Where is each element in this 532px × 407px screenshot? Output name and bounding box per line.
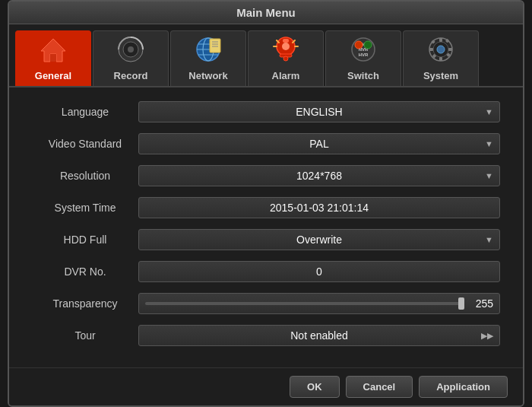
alarm-icon <box>272 36 299 67</box>
tab-bar: General Record <box>9 24 523 87</box>
field-label: Resolution <box>32 170 138 182</box>
field-row-language: Language ENGLISH <box>32 101 500 122</box>
switch-icon: DVR NVR HVR <box>350 36 377 67</box>
field-label: System Time <box>32 202 138 214</box>
record-icon <box>117 36 144 67</box>
field-label: Tour <box>32 329 138 342</box>
tab-alarm[interactable]: Alarm <box>248 30 324 86</box>
svg-point-28 <box>364 41 372 49</box>
tab-switch-label: Switch <box>347 70 379 81</box>
slider-thumb[interactable] <box>458 297 464 310</box>
general-icon <box>40 36 67 67</box>
field-value[interactable]: ENGLISH <box>138 101 500 122</box>
field-label: Language <box>32 106 138 118</box>
main-dialog: Main Menu General <box>8 0 524 407</box>
svg-point-31 <box>437 46 445 53</box>
field-row-system-time: System Time 2015-01-03 21:01:14 <box>32 197 500 218</box>
field-row-hdd-full: HDD Full Overwrite <box>32 229 500 250</box>
tab-record[interactable]: Record <box>93 30 169 86</box>
field-row-transparency: Transparency 255 <box>32 293 500 314</box>
tab-network[interactable]: Network <box>170 30 246 86</box>
svg-text:HVR: HVR <box>359 52 369 57</box>
application-button[interactable]: Application <box>419 376 508 398</box>
content-area: Language ENGLISH Video Standard PAL Reso… <box>9 87 523 367</box>
field-row-dvr-no.: DVR No. 0 <box>32 261 500 282</box>
title-bar: Main Menu <box>9 2 523 24</box>
field-label: HDD Full <box>32 234 138 246</box>
field-value[interactable]: 1024*768 <box>138 165 500 186</box>
field-label: Transparency <box>32 297 138 310</box>
svg-point-18 <box>283 56 288 61</box>
field-row-tour: Tour Not enabled <box>32 325 500 346</box>
svg-rect-35 <box>448 48 452 51</box>
field-row-resolution: Resolution 1024*768 <box>32 165 500 186</box>
dialog-title: Main Menu <box>236 6 296 19</box>
svg-rect-34 <box>429 48 433 51</box>
svg-point-16 <box>282 43 290 50</box>
tab-system-label: System <box>423 70 458 81</box>
field-label: DVR No. <box>32 266 138 278</box>
system-icon <box>427 36 454 67</box>
ok-button[interactable]: OK <box>290 376 340 398</box>
network-icon <box>195 36 222 67</box>
svg-point-27 <box>355 41 363 49</box>
svg-rect-32 <box>439 38 442 42</box>
tab-system[interactable]: System <box>403 30 479 86</box>
tab-general-label: General <box>35 70 71 81</box>
field-value: 2015-01-03 21:01:14 <box>138 197 500 218</box>
field-value[interactable]: Overwrite <box>138 229 500 250</box>
field-value: 0 <box>138 261 500 282</box>
svg-rect-1 <box>50 54 56 62</box>
svg-rect-33 <box>439 57 442 61</box>
cancel-button[interactable]: Cancel <box>346 376 413 398</box>
tab-network-label: Network <box>188 70 227 81</box>
field-row-video-standard: Video Standard PAL <box>32 133 500 154</box>
slider-container[interactable]: 255 <box>138 293 500 314</box>
tab-record-label: Record <box>114 70 148 81</box>
tab-general[interactable]: General <box>15 30 91 86</box>
footer: OK Cancel Application <box>9 367 523 405</box>
slider-value: 255 <box>470 297 493 310</box>
svg-rect-10 <box>210 39 220 52</box>
field-value[interactable]: PAL <box>138 133 500 154</box>
tab-alarm-label: Alarm <box>272 70 300 81</box>
field-value[interactable]: Not enabled <box>138 325 500 346</box>
slider-track[interactable] <box>145 302 464 305</box>
field-label: Video Standard <box>32 138 138 150</box>
svg-rect-15 <box>283 39 289 43</box>
tab-switch[interactable]: DVR NVR HVR Switch <box>325 30 401 86</box>
svg-point-4 <box>128 46 134 52</box>
